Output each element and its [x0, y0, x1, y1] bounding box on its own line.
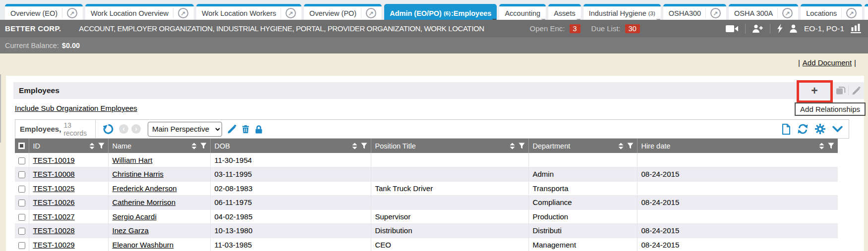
lightning-icon[interactable]: [777, 24, 783, 33]
row-checkbox[interactable]: [18, 214, 25, 221]
row-checkbox[interactable]: [18, 200, 25, 206]
row-checkbox[interactable]: [18, 157, 25, 164]
employee-id-link[interactable]: TEST-10028: [33, 226, 75, 235]
column-header-position-title[interactable]: Position Title: [371, 139, 528, 153]
employee-id-link[interactable]: TEST-10029: [33, 241, 75, 249]
tab-osha300[interactable]: OSHA300↗: [663, 4, 726, 20]
employee-name-link[interactable]: Inez Garza: [113, 226, 149, 235]
cell-id: TEST-10019: [29, 153, 108, 167]
add-person-icon[interactable]: [752, 24, 763, 33]
column-header-department[interactable]: Department: [528, 139, 637, 153]
column-header-icons: [191, 139, 207, 153]
employee-id-link[interactable]: TEST-10026: [33, 198, 75, 206]
video-camera-icon[interactable]: [726, 25, 739, 33]
select-all-mark: [20, 144, 23, 148]
due-list-badge[interactable]: 30: [625, 24, 640, 33]
open-in-new-window-icon[interactable]: ↗: [710, 8, 721, 18]
column-header-id[interactable]: ID: [29, 139, 108, 153]
select-all-checkbox[interactable]: [18, 143, 25, 149]
tab-ext-wrap: ↗: [62, 8, 77, 18]
settings-button[interactable]: [815, 124, 825, 134]
person-icon[interactable]: [789, 24, 798, 33]
gear-icon: [815, 124, 825, 134]
tab-referred-orders[interactable]: Referred Orders↗: [865, 4, 868, 20]
tab-accounting[interactable]: Accounting: [499, 4, 546, 20]
delete-perspective-button[interactable]: [242, 125, 249, 134]
lock-perspective-button[interactable]: [255, 125, 263, 134]
column-header-name[interactable]: Name: [108, 139, 210, 153]
tab-overview-eo[interactable]: Overview (EO)↗: [5, 4, 83, 20]
grid-title-text: Employees,: [20, 125, 61, 133]
cell-dob: 06-11-1975: [210, 196, 371, 210]
cell-name: Christine Harris: [108, 167, 210, 182]
employee-name-link[interactable]: Catherine Morrison: [113, 198, 176, 206]
cell-hire-date: 08-24-2015: [637, 238, 838, 251]
employee-name-link[interactable]: William Hart: [113, 156, 153, 164]
column-header-hire-date[interactable]: Hire date: [637, 139, 838, 153]
add-document-link[interactable]: Add Document: [803, 58, 852, 67]
open-in-new-window-icon[interactable]: ↗: [286, 8, 296, 18]
perspective-select[interactable]: Main Perspective: [148, 122, 222, 137]
cell-hire-date: [637, 209, 838, 224]
chevron-down-icon: [832, 126, 843, 132]
new-document-button[interactable]: [782, 124, 791, 135]
filter-funnel-icon[interactable]: [98, 143, 105, 149]
table-row: TEST-10028Inez Garza10-13-1980Distributi…: [15, 224, 838, 238]
tab-admin-eo-po[interactable]: Admin (EO/PO)(6):Employees: [384, 4, 497, 20]
edit-button[interactable]: [849, 82, 864, 99]
collapse-button[interactable]: [832, 126, 843, 132]
column-header-dob[interactable]: DOB: [210, 139, 371, 153]
add-document-row: |Add Document|: [798, 58, 856, 67]
column-header-label: Hire date: [637, 142, 671, 150]
open-in-new-window-icon[interactable]: ↗: [782, 8, 793, 18]
row-checkbox[interactable]: [18, 186, 25, 193]
row-checkbox[interactable]: [18, 171, 25, 178]
tab-industrial-hygiene[interactable]: Industrial Hygiene(3): [583, 4, 661, 20]
filter-funnel-icon[interactable]: [519, 143, 525, 149]
tab-work-location-workers[interactable]: Work Location Workers↗: [196, 4, 301, 20]
table-row: TEST-10008Christine Harris03-11-1995Admi…: [15, 167, 838, 182]
cell-department: Admin: [528, 167, 637, 182]
refresh-button[interactable]: [798, 124, 808, 134]
include-sub-org-link[interactable]: Include Sub Organization Employees: [15, 104, 137, 112]
edit-perspective-button[interactable]: [228, 125, 236, 134]
refresh-icon: [798, 124, 808, 134]
tab-assets[interactable]: Assets: [548, 4, 581, 20]
employee-id-link[interactable]: TEST-10019: [33, 156, 75, 164]
filter-funnel-icon[interactable]: [828, 143, 834, 149]
cell-position-title: [371, 167, 528, 182]
next-page-button[interactable]: ›: [131, 124, 141, 134]
employee-id-link[interactable]: TEST-10027: [33, 212, 75, 221]
copy-button[interactable]: [833, 82, 848, 99]
open-in-new-window-icon[interactable]: ↗: [178, 8, 188, 18]
row-checkbox[interactable]: [18, 242, 25, 249]
employee-name-link[interactable]: Christine Harris: [113, 170, 164, 178]
due-list-label: Due List:: [591, 24, 621, 33]
employee-name-link[interactable]: Frederick Anderson: [113, 184, 177, 193]
column-header-icons: [510, 139, 525, 153]
table-row: TEST-10019William Hart11-30-1954: [15, 153, 838, 167]
tab-osha-300a[interactable]: OSHA 300A↗: [729, 4, 798, 20]
employee-name-link[interactable]: Eleanor Washburn: [113, 241, 174, 249]
employee-id-link[interactable]: TEST-10025: [33, 184, 75, 193]
undo-button[interactable]: [103, 123, 114, 135]
prev-page-button[interactable]: ‹: [119, 124, 128, 134]
tab-overview-po[interactable]: Overview (PO)↗: [304, 4, 382, 20]
filter-funnel-icon[interactable]: [627, 143, 634, 149]
table-row: TEST-10027Sergio Acardi04-02-1985Supervi…: [15, 209, 838, 224]
tab-locations[interactable]: Locations↗: [801, 4, 862, 20]
row-checkbox-cell: [15, 196, 29, 210]
employee-id-link[interactable]: TEST-10008: [33, 170, 75, 178]
open-in-new-window-icon[interactable]: ↗: [846, 8, 857, 18]
row-checkbox[interactable]: [18, 228, 25, 235]
filter-funnel-icon[interactable]: [361, 143, 367, 149]
cell-dob: 11-03-1985: [210, 238, 371, 251]
filter-funnel-icon[interactable]: [200, 143, 207, 149]
row-checkbox-cell: [15, 238, 29, 251]
open-in-new-window-icon[interactable]: ↗: [67, 8, 77, 18]
dashboard-chart-icon[interactable]: [851, 24, 861, 33]
open-in-new-window-icon[interactable]: ↗: [366, 8, 376, 18]
employee-name-link[interactable]: Sergio Acardi: [113, 212, 157, 221]
open-enc-badge[interactable]: 3: [570, 24, 580, 33]
tab-work-location-overview[interactable]: Work Location Overview↗: [85, 4, 194, 20]
